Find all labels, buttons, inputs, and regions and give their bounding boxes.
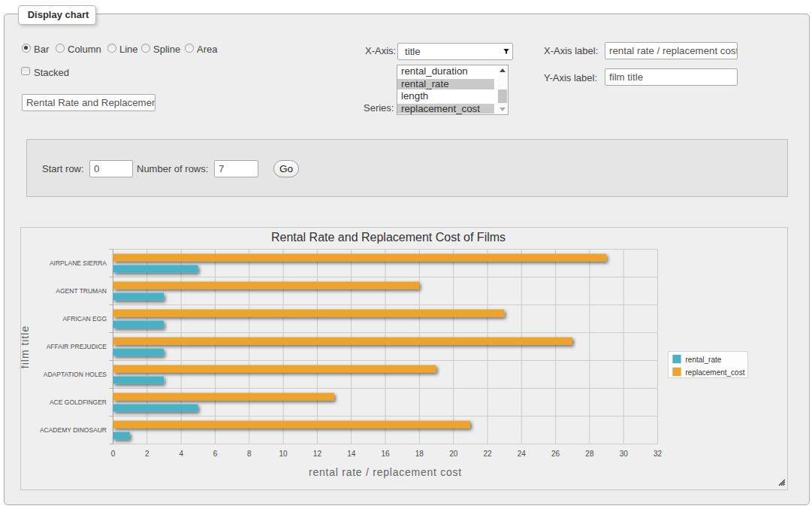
svg-text:0: 0	[110, 450, 115, 458]
svg-text:ADAPTATION HOLES: ADAPTATION HOLES	[43, 371, 107, 378]
svg-text:16: 16	[381, 450, 390, 458]
svg-text:22: 22	[483, 450, 492, 458]
svg-text:32: 32	[653, 450, 662, 458]
svg-text:rental rate / replacement cost: rental rate / replacement cost	[309, 466, 462, 478]
svg-text:2: 2	[145, 450, 149, 458]
svg-text:rental_rate: rental_rate	[685, 355, 721, 363]
svg-text:4: 4	[179, 450, 183, 458]
svg-text:AGENT TRUMAN: AGENT TRUMAN	[56, 287, 107, 295]
svg-text:Rental Rate and Replacement Co: Rental Rate and Replacement Cost of Film…	[270, 231, 505, 244]
svg-text:30: 30	[619, 450, 628, 458]
svg-text:10: 10	[279, 450, 288, 458]
svg-text:8: 8	[247, 450, 252, 458]
svg-text:replacement_cost: replacement_cost	[685, 368, 744, 376]
svg-text:ACE GOLDFINGER: ACE GOLDFINGER	[49, 398, 106, 406]
svg-text:film title: film title	[21, 325, 31, 368]
svg-text:28: 28	[585, 450, 594, 458]
svg-text:AFFAIR PREJUDICE: AFFAIR PREJUDICE	[46, 343, 107, 350]
svg-text:14: 14	[347, 450, 356, 458]
svg-text:AIRPLANE SIERRA: AIRPLANE SIERRA	[49, 259, 106, 267]
svg-text:20: 20	[449, 450, 458, 458]
svg-text:6: 6	[213, 450, 217, 458]
svg-text:26: 26	[551, 450, 560, 458]
svg-text:ACADEMY DINOSAUR: ACADEMY DINOSAUR	[39, 426, 106, 434]
svg-text:12: 12	[312, 450, 321, 458]
svg-text:AFRICAN EGG: AFRICAN EGG	[62, 315, 107, 323]
svg-text:18: 18	[415, 450, 424, 458]
svg-text:24: 24	[517, 450, 526, 458]
